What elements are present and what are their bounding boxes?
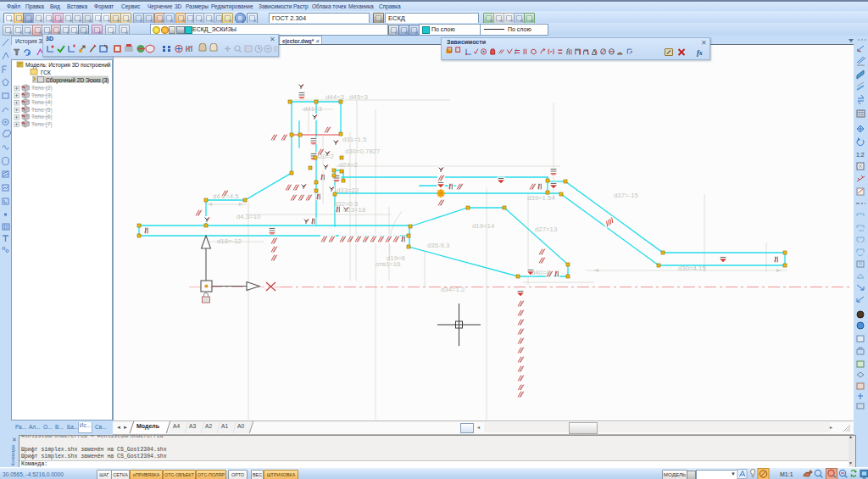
svg-text:d30=0.7827: d30=0.7827 [345,148,380,155]
svg-text:d4.3=10: d4.3=10 [236,213,261,220]
svg-text:d45=3: d45=3 [349,93,368,101]
svg-text:1:2: 1:2 [856,152,865,158]
svg-text:d40=8: d40=8 [531,269,550,276]
svg-text:отв1=16: отв1=16 [376,260,400,268]
svg-text:ГСК: ГСК [41,70,51,75]
svg-text:d23=18: d23=18 [343,206,365,214]
svg-text:d37=-15: d37=-15 [614,192,638,199]
svg-text:d4.2=4.5: d4.2=4.5 [213,192,239,200]
svg-text:d24=2: d24=2 [339,161,358,169]
svg-text:d35-9.3: d35-9.3 [427,242,449,249]
svg-text:d41=3: d41=3 [303,105,322,113]
svg-text:d39=1.54: d39=1.54 [527,194,555,202]
svg-text:d20=2: d20=2 [315,153,334,160]
svg-text:d18=-12: d18=-12 [217,237,242,245]
svg-text:fx: fx [697,49,703,57]
svg-text:d34=1.2: d34=1.2 [441,286,465,293]
svg-text:d31=1.5: d31=1.5 [342,136,367,143]
svg-text:Модель: История 3D построений: Модель: История 3D построений [25,62,111,69]
svg-text:d33=22: d33=22 [337,187,359,194]
svg-text:d30=4.15: d30=4.15 [678,265,706,272]
svg-text:d44=3: d44=3 [326,93,344,101]
svg-text:d19=14: d19=14 [472,222,495,230]
svg-text:d27=13: d27=13 [535,226,557,233]
svg-text:Сборочный 2D Эскиз (3): Сборочный 2D Эскиз (3) [46,77,109,84]
